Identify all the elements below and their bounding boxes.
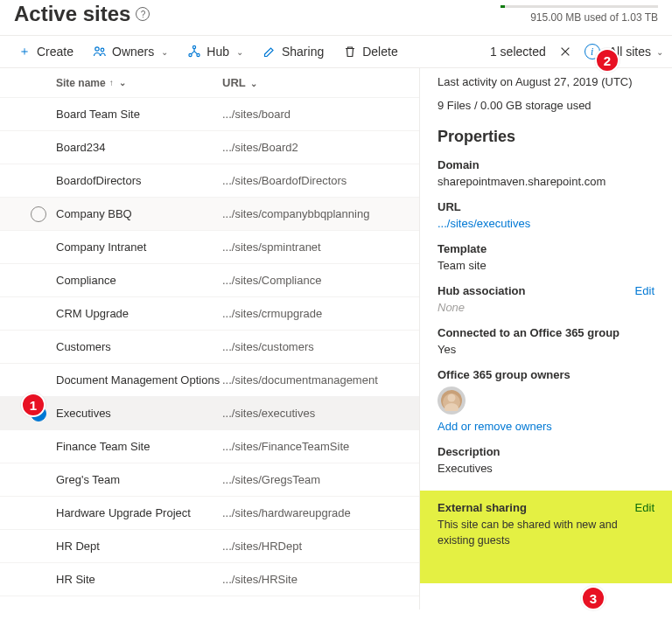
- sites-list[interactable]: Site name ↑ ⌄ URL ⌄ Board Team Site.../s…: [0, 68, 420, 610]
- delete-label: Delete: [362, 45, 397, 59]
- site-url-cell[interactable]: .../sites/hardwareupgrade: [222, 506, 419, 519]
- site-name-cell[interactable]: Greg's Team: [56, 473, 222, 486]
- hub-label: Hub: [206, 45, 229, 59]
- template-label: Template: [438, 242, 654, 255]
- site-url-cell[interactable]: .../sites/HRDept: [222, 540, 419, 553]
- storage-usage: 915.00 MB used of 1.03 TB: [500, 5, 658, 24]
- site-name-cell[interactable]: Document Management Options: [56, 373, 222, 387]
- table-row[interactable]: Customers.../sites/customers: [0, 331, 419, 364]
- owners-dropdown[interactable]: Owners ⌄: [84, 41, 177, 62]
- site-url-cell[interactable]: .../sites/companybbqplanning: [222, 207, 419, 220]
- svg-point-2: [193, 45, 196, 48]
- site-name-cell[interactable]: CRM Upgrade: [56, 307, 222, 320]
- selection-count: 1 selected: [490, 45, 546, 59]
- row-select-checkbox[interactable]: [31, 206, 46, 222]
- owners-label: Owners: [112, 45, 154, 59]
- storage-bar: [500, 5, 658, 8]
- site-name-cell[interactable]: Company BBQ: [56, 207, 222, 220]
- url-label: URL: [438, 200, 654, 213]
- help-icon[interactable]: ?: [136, 7, 150, 21]
- edit-icon: [262, 45, 276, 59]
- create-button[interactable]: ＋ Create: [9, 41, 82, 62]
- owners-icon: [93, 45, 107, 59]
- owners-label: Office 365 group owners: [438, 368, 654, 381]
- url-value[interactable]: .../sites/executives: [438, 217, 654, 230]
- domain-label: Domain: [438, 158, 654, 171]
- chevron-down-icon: ⌄: [161, 47, 168, 57]
- col-url-label: URL: [222, 76, 245, 89]
- site-url-cell[interactable]: .../sites/BoardofDirectors: [222, 174, 419, 187]
- hub-label: Hub association Edit: [438, 284, 654, 297]
- column-site-name[interactable]: Site name ↑ ⌄: [56, 77, 222, 89]
- site-name-cell[interactable]: Hardware Upgrade Project: [56, 506, 222, 519]
- page-title: Active sites: [14, 2, 130, 26]
- storage-text: 915.00 MB used of 1.03 TB: [500, 11, 658, 24]
- table-row[interactable]: Executives.../sites/executives: [0, 397, 419, 430]
- site-url-cell[interactable]: .../sites/executives: [222, 407, 419, 420]
- col-name-label: Site name: [56, 77, 106, 89]
- site-name-cell[interactable]: Compliance: [56, 274, 222, 287]
- connected-label: Connected to an Office 365 group: [438, 326, 654, 339]
- hub-dropdown[interactable]: Hub ⌄: [178, 41, 252, 62]
- hub-edit-link[interactable]: Edit: [635, 284, 654, 297]
- site-name-cell[interactable]: Executives: [56, 407, 222, 420]
- table-row[interactable]: Greg's Team.../sites/GregsTeam: [0, 463, 419, 497]
- site-name-cell[interactable]: HR Dept: [56, 540, 222, 553]
- close-icon: [559, 45, 571, 58]
- site-url-cell[interactable]: .../sites/spmintranet: [222, 240, 419, 254]
- site-name-cell[interactable]: Finance Team Site: [56, 440, 222, 453]
- callout-badge-3: 3: [581, 586, 606, 610]
- callout-badge-2: 2: [595, 48, 620, 73]
- site-url-cell[interactable]: .../sites/HRSite: [222, 573, 419, 586]
- sort-asc-icon: ↑: [109, 78, 114, 87]
- owner-avatar[interactable]: [438, 387, 466, 414]
- site-url-cell[interactable]: .../sites/board: [222, 108, 419, 121]
- chevron-down-icon: ⌄: [236, 47, 243, 57]
- details-pane: Last activity on August 27, 2019 (UTC) 9…: [420, 68, 672, 610]
- site-name-cell[interactable]: Board234: [56, 141, 222, 154]
- sharing-label: Sharing: [282, 45, 324, 59]
- delete-button[interactable]: Delete: [334, 41, 406, 62]
- table-row[interactable]: Company Intranet.../sites/spmintranet: [0, 231, 419, 264]
- callout-badge-1: 1: [21, 393, 46, 417]
- svg-point-7: [448, 394, 456, 402]
- description-label: Description: [438, 445, 654, 458]
- chevron-down-icon: ⌄: [250, 79, 257, 88]
- domain-value: sharepointmaven.sharepoint.com: [438, 175, 654, 188]
- site-url-cell[interactable]: .../sites/Board2: [222, 141, 419, 154]
- table-header: Site name ↑ ⌄ URL ⌄: [0, 68, 419, 98]
- site-url-cell[interactable]: .../sites/GregsTeam: [222, 473, 419, 486]
- table-row[interactable]: Compliance.../sites/Compliance: [0, 264, 419, 297]
- table-row[interactable]: Company BBQ.../sites/companybbqplanning: [0, 198, 419, 231]
- site-name-cell[interactable]: Customers: [56, 340, 222, 353]
- clear-selection-button[interactable]: [555, 41, 576, 62]
- column-url[interactable]: URL ⌄: [222, 76, 419, 89]
- table-row[interactable]: CRM Upgrade.../sites/crmupgrade: [0, 297, 419, 331]
- sharing-button[interactable]: Sharing: [254, 41, 332, 62]
- external-sharing-edit-link[interactable]: Edit: [635, 501, 654, 514]
- site-url-cell[interactable]: .../sites/Compliance: [222, 274, 419, 287]
- external-sharing-section: External sharing Edit This site can be s…: [420, 491, 672, 583]
- site-name-cell[interactable]: HR Site: [56, 573, 222, 586]
- chevron-down-icon: ⌄: [656, 47, 663, 57]
- site-name-cell[interactable]: BoardofDirectors: [56, 174, 222, 187]
- table-row[interactable]: Board Team Site.../sites/board: [0, 98, 419, 131]
- hub-value: None: [438, 301, 654, 314]
- table-row[interactable]: Document Management Options.../sites/doc…: [0, 364, 419, 397]
- site-url-cell[interactable]: .../sites/customers: [222, 340, 419, 353]
- create-label: Create: [37, 45, 74, 59]
- table-row[interactable]: Finance Team Site.../sites/FinanceTeamSi…: [0, 430, 419, 463]
- table-row[interactable]: BoardofDirectors.../sites/BoardofDirecto…: [0, 164, 419, 198]
- table-row[interactable]: HR Site.../sites/HRSite: [0, 563, 419, 596]
- site-url-cell[interactable]: .../sites/documentmanagement: [222, 373, 419, 387]
- site-name-cell[interactable]: Board Team Site: [56, 108, 222, 121]
- svg-point-0: [95, 47, 99, 51]
- table-row[interactable]: Hardware Upgrade Project.../sites/hardwa…: [0, 497, 419, 530]
- site-name-cell[interactable]: Company Intranet: [56, 240, 222, 254]
- site-url-cell[interactable]: .../sites/crmupgrade: [222, 307, 419, 320]
- site-url-cell[interactable]: .../sites/FinanceTeamSite: [222, 440, 419, 453]
- description-value: Executives: [438, 462, 654, 475]
- table-row[interactable]: HR Dept.../sites/HRDept: [0, 530, 419, 563]
- add-remove-owners-link[interactable]: Add or remove owners: [438, 420, 654, 433]
- table-row[interactable]: Board234.../sites/Board2: [0, 131, 419, 164]
